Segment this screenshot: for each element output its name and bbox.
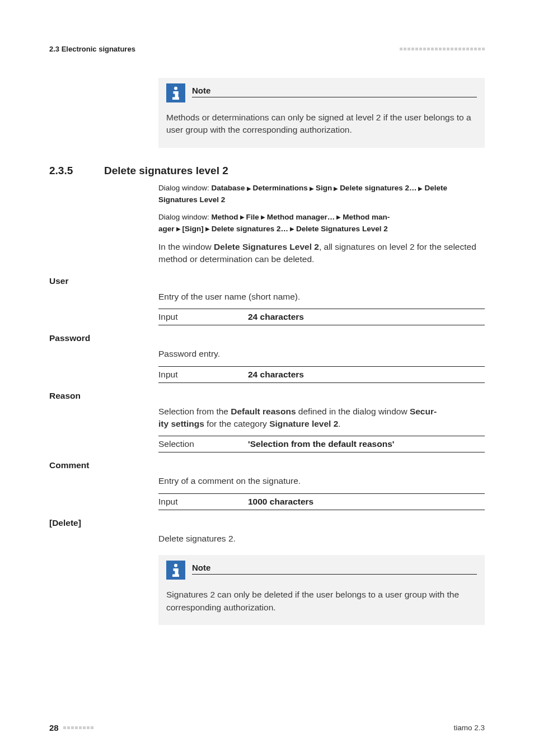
note-title: Note bbox=[192, 86, 477, 97]
dlg1-p1: Database bbox=[212, 184, 245, 192]
reason-f: for the category bbox=[204, 419, 269, 428]
reason-c: defined in the dialog window bbox=[296, 407, 410, 416]
triangle-icon: ▶ bbox=[259, 213, 267, 222]
dialog-path-2: Dialog window: Method▶File▶Method manage… bbox=[158, 212, 485, 235]
field-body-comment: Entry of a comment on the signature. Inp… bbox=[158, 475, 485, 510]
section-title: Delete signatures level 2 bbox=[104, 165, 228, 177]
page-number-wrap: 28 bbox=[49, 723, 93, 732]
reason-g: Signature level 2 bbox=[269, 419, 338, 428]
note-header: Note bbox=[166, 561, 477, 580]
svg-rect-7 bbox=[172, 575, 179, 577]
dlg2-p1: Method bbox=[212, 213, 238, 221]
reason-h: . bbox=[338, 419, 340, 428]
dialog-path-1: Dialog window: Database▶Determinations▶S… bbox=[158, 183, 485, 206]
field-label-delete: [Delete] bbox=[49, 518, 485, 528]
triangle-icon: ▶ bbox=[288, 225, 296, 234]
dlg2-p6: Delete signatures 2… bbox=[212, 225, 288, 233]
header-section-path: 2.3 Electronic signatures bbox=[49, 45, 135, 53]
kv-val: 1000 characters bbox=[248, 497, 313, 507]
kv-key: Input bbox=[158, 497, 248, 507]
page-number: 28 bbox=[49, 723, 59, 732]
dlg1-p2: Determinations bbox=[253, 184, 308, 192]
field-desc-password: Password entry. bbox=[158, 348, 485, 360]
svg-rect-3 bbox=[172, 97, 179, 100]
kv-row-user: Input 24 characters bbox=[158, 309, 485, 325]
note-body: Methods or determinations can only be si… bbox=[166, 111, 477, 137]
reason-a: Selection from the bbox=[158, 407, 231, 416]
kv-val: 24 characters bbox=[248, 312, 304, 322]
field-label-user: User bbox=[49, 276, 485, 286]
intro-paragraph: In the window Delete Signatures Level 2,… bbox=[158, 241, 485, 266]
intro-b: Delete Signatures Level 2 bbox=[214, 242, 319, 251]
field-desc-comment: Entry of a comment on the signature. bbox=[158, 475, 485, 487]
note-body: Signatures 2 can only be deleted if the … bbox=[166, 589, 477, 614]
header-ornament bbox=[400, 48, 485, 50]
svg-rect-6 bbox=[175, 568, 179, 575]
field-label-password: Password bbox=[49, 333, 485, 343]
kv-row-password: Input 24 characters bbox=[158, 366, 485, 383]
triangle-icon: ▶ bbox=[308, 184, 316, 193]
field-body-user: Entry of the user name (short name). Inp… bbox=[158, 291, 485, 325]
reason-b: Default reasons bbox=[231, 407, 296, 416]
field-desc-delete: Delete signatures 2. bbox=[158, 533, 485, 545]
dlg2-p4b: ager bbox=[158, 225, 175, 233]
dlg2-p4a: Method man- bbox=[343, 213, 390, 221]
dialog-lead: Dialog window: bbox=[158, 213, 212, 221]
note-header: Note bbox=[166, 83, 477, 102]
svg-point-0 bbox=[174, 87, 177, 90]
field-label-reason: Reason bbox=[49, 391, 485, 401]
kv-key: Input bbox=[158, 312, 248, 322]
reason-d: Secur- bbox=[410, 407, 437, 416]
dlg2-p5: [Sign] bbox=[182, 225, 204, 233]
field-desc-user: Entry of the user name (short name). bbox=[158, 291, 485, 303]
triangle-icon: ▶ bbox=[204, 225, 212, 234]
kv-key: Selection bbox=[158, 439, 248, 449]
dlg1-p4: Delete signatures 2… bbox=[340, 184, 416, 192]
field-label-comment: Comment bbox=[49, 460, 485, 470]
dlg2-p2: File bbox=[246, 213, 259, 221]
kv-key: Input bbox=[158, 370, 248, 380]
triangle-icon: ▶ bbox=[332, 184, 340, 193]
kv-row-comment: Input 1000 characters bbox=[158, 493, 485, 510]
content-column: Note Methods or determinations can only … bbox=[158, 78, 485, 148]
note-block-bottom: Note Signatures 2 can only be deleted if… bbox=[158, 555, 485, 625]
section-number: 2.3.5 bbox=[49, 165, 88, 177]
dlg2-p7: Delete Signatures Level 2 bbox=[296, 225, 388, 233]
section-heading: 2.3.5 Delete signatures level 2 bbox=[49, 165, 485, 177]
kv-val: 24 characters bbox=[248, 370, 304, 380]
kv-row-reason: Selection 'Selection from the default re… bbox=[158, 436, 485, 452]
note-title-wrap: Note bbox=[192, 83, 477, 97]
svg-rect-2 bbox=[175, 91, 179, 98]
field-body-password: Password entry. Input 24 characters bbox=[158, 348, 485, 382]
info-icon bbox=[166, 561, 185, 580]
svg-point-4 bbox=[174, 564, 177, 567]
dlg2-p3: Method manager… bbox=[267, 213, 335, 221]
field-body-delete: Delete signatures 2. Note Signatures 2 c… bbox=[158, 533, 485, 625]
reason-e: ity settings bbox=[158, 419, 204, 428]
note-title-wrap: Note bbox=[192, 561, 477, 575]
page-footer: 28 tiamo 2.3 bbox=[49, 723, 485, 732]
info-icon bbox=[166, 83, 185, 102]
note-title: Note bbox=[192, 563, 477, 575]
kv-val: 'Selection from the default reasons' bbox=[248, 439, 394, 449]
triangle-icon: ▶ bbox=[416, 184, 424, 193]
field-body-reason: Selection from the Default reasons defin… bbox=[158, 405, 485, 453]
triangle-icon: ▶ bbox=[245, 184, 253, 193]
section-body: Dialog window: Database▶Determinations▶S… bbox=[158, 183, 485, 266]
field-desc-reason: Selection from the Default reasons defin… bbox=[158, 405, 485, 431]
triangle-icon: ▶ bbox=[335, 213, 343, 222]
footer-ornament bbox=[63, 726, 93, 729]
triangle-icon: ▶ bbox=[175, 225, 182, 234]
page: 2.3 Electronic signatures Note Methods o… bbox=[0, 0, 534, 756]
note-block-top: Note Methods or determinations can only … bbox=[158, 78, 485, 148]
dlg1-p3: Sign bbox=[316, 184, 332, 192]
dialog-lead: Dialog window: bbox=[158, 184, 212, 192]
intro-a: In the window bbox=[158, 242, 214, 251]
running-header: 2.3 Electronic signatures bbox=[49, 45, 485, 53]
triangle-icon: ▶ bbox=[238, 213, 246, 222]
product-name: tiamo 2.3 bbox=[453, 724, 485, 732]
